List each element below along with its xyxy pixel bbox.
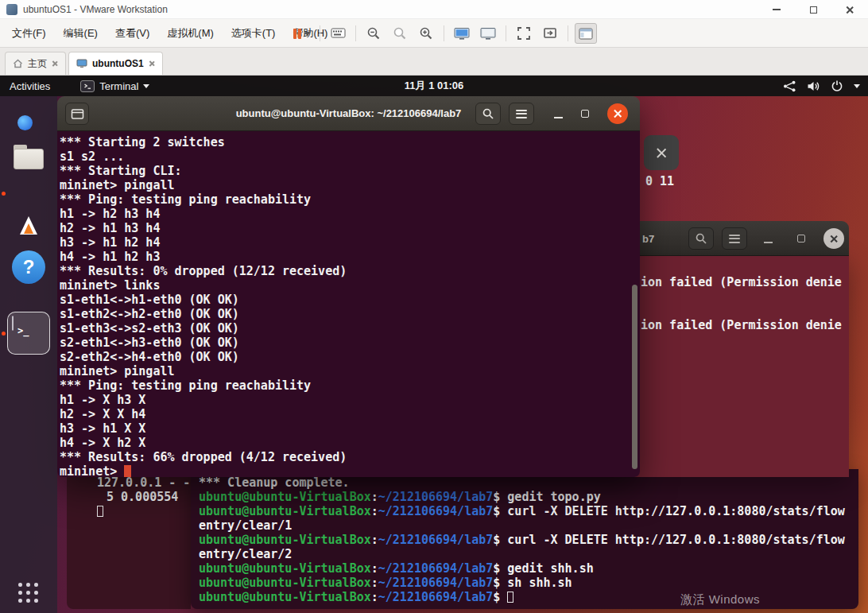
activities-button[interactable]: Activities	[0, 76, 60, 96]
host-minimize-button[interactable]	[758, 0, 795, 19]
tab-close-icon[interactable]	[52, 60, 58, 67]
maximize-button[interactable]	[792, 231, 811, 246]
terminal-line: h1 -> X h3 X	[60, 393, 635, 407]
terminal-line: *** Starting 2 switches	[60, 135, 635, 149]
terminal-line: mininet> pingall	[60, 364, 635, 378]
terminal-line: *** Results: 0% dropped (12/12 received)	[60, 264, 635, 278]
close-button[interactable]	[823, 228, 844, 249]
host-close-button[interactable]	[831, 0, 868, 19]
home-icon	[13, 59, 23, 68]
dock-item-terminal[interactable]	[12, 316, 14, 331]
minimize-button[interactable]	[548, 106, 568, 122]
back-terminal-output[interactable]: *** Cleanup complete.ubuntu@ubuntu-Virtu…	[191, 469, 858, 609]
host-window-title: ubuntuOS1 - VMware Workstation	[23, 4, 168, 15]
minimize-icon	[773, 9, 781, 10]
background-window-text: 0 11	[645, 174, 674, 188]
search-button[interactable]	[688, 227, 714, 250]
terminal-line: *** Results: 66% dropped (4/12 received)	[60, 450, 635, 464]
maximize-icon	[581, 110, 589, 118]
maximize-icon	[797, 235, 805, 242]
terminal-line: s2-eth1<->h3-eth0 (OK OK)	[60, 336, 635, 350]
terminal-line: h4 -> X h2 X	[60, 436, 635, 450]
search-icon	[695, 232, 707, 245]
show-console-button[interactable]	[451, 23, 473, 44]
close-icon	[846, 6, 854, 14]
terminal-line: *** Starting CLI:	[60, 164, 635, 178]
show-guest-button[interactable]	[477, 23, 499, 44]
terminal-line: ubuntu@ubuntu-VirtualBox:~/212106694/lab…	[199, 576, 858, 590]
monitor-gray-icon	[480, 27, 496, 41]
new-tab-button[interactable]	[65, 103, 89, 125]
minimize-icon	[764, 242, 773, 243]
chevron-down-icon	[854, 84, 860, 88]
clock-button[interactable]: 11月 1 01:06	[405, 79, 463, 93]
terminal-line: h1 -> h2 h3 h4	[60, 207, 635, 221]
app-menu-button[interactable]: Terminal	[74, 76, 156, 96]
show-applications-button[interactable]	[18, 583, 39, 603]
tab-ubuntuos1[interactable]: ubuntuOS1	[68, 52, 163, 75]
tab-label: 主页	[28, 57, 47, 71]
tab-label: ubuntuOS1	[92, 58, 144, 69]
search-button[interactable]	[475, 103, 501, 125]
pause-icon	[293, 29, 302, 39]
running-indicator-dot	[2, 332, 6, 336]
hamburger-icon	[729, 232, 740, 245]
menu-button[interactable]	[509, 103, 534, 125]
terminal-line: entry/clear/2	[199, 547, 858, 561]
zoom-reset-button[interactable]	[389, 23, 411, 44]
zoom-out-icon	[366, 26, 381, 41]
menu-button[interactable]	[722, 227, 747, 250]
zoom-in-button[interactable]	[415, 23, 437, 44]
fit-window-icon	[543, 26, 557, 41]
terminal-line: ubuntu@ubuntu-VirtualBox:~/212106694/lab…	[199, 533, 858, 547]
menu-edit[interactable]: 编辑(E)	[55, 19, 107, 48]
send-ctrl-alt-del-button[interactable]	[327, 23, 349, 44]
terminal-line: ion failed (Permission denie	[641, 275, 842, 289]
system-status-area[interactable]	[783, 76, 863, 96]
terminal-mini-icon	[80, 80, 95, 92]
menu-vm[interactable]: 虚拟机(M)	[158, 19, 223, 48]
host-maximize-button[interactable]	[795, 0, 831, 19]
gnome-topbar: Activities Terminal 11月 1 01:06	[0, 76, 868, 96]
terminal-line: ubuntu@ubuntu-VirtualBox:~/212106694/lab…	[199, 561, 858, 576]
minimize-button[interactable]	[758, 231, 777, 246]
fullscreen-button[interactable]	[513, 23, 535, 44]
menu-tabs[interactable]: 选项卡(T)	[223, 19, 285, 48]
fit-window-button[interactable]	[539, 23, 561, 44]
close-button[interactable]	[607, 103, 628, 124]
menu-view[interactable]: 查看(V)	[107, 19, 158, 48]
front-terminal-titlebar[interactable]: ubuntu@ubuntu-VirtualBox: ~/212106694/la…	[57, 96, 640, 131]
terminal-line: entry/clear/1	[199, 518, 858, 533]
maximize-button[interactable]	[575, 106, 595, 122]
terminal-line: h2 -> X X h4	[60, 407, 635, 421]
terminal-scrollbar-thumb[interactable]	[632, 285, 637, 469]
background-window-close-button[interactable]	[644, 135, 679, 170]
vmware-workstation-window: ubuntuOS1 - VMware Workstation 文件(F) 编辑(…	[0, 0, 868, 613]
terminal-line: h4 -> h1 h2 h3	[60, 250, 635, 264]
app-menu-label: Terminal	[99, 80, 138, 92]
close-icon	[656, 147, 668, 159]
terminal-cursor	[124, 465, 131, 477]
zoom-out-button[interactable]	[362, 23, 385, 44]
hamburger-icon	[516, 107, 527, 120]
host-tabbar: 主页 ubuntuOS1	[0, 48, 868, 76]
front-terminal-output[interactable]: *** Starting 2 switchess1 s2 ...*** Star…	[57, 131, 640, 477]
tab-home[interactable]: 主页	[5, 52, 66, 75]
running-indicator-dot	[2, 192, 6, 196]
tab-close-icon[interactable]	[149, 60, 155, 67]
terminal-line: s1-eth1<->h1-eth0 (OK OK)	[60, 293, 635, 307]
terminal-line: mininet> pingall	[60, 178, 635, 192]
library-view-icon	[579, 28, 593, 40]
menu-file[interactable]: 文件(F)	[3, 19, 55, 48]
backmost-terminal-body[interactable]: 127.0.0.1 - - 5 0.000554	[67, 469, 191, 609]
host-window-controls	[758, 0, 868, 19]
suspend-button[interactable]	[291, 23, 313, 44]
chevron-down-icon	[304, 32, 311, 36]
zoom-in-icon	[419, 26, 433, 41]
monitor-blue-icon	[454, 27, 470, 41]
dock-item-help[interactable]	[12, 250, 45, 284]
terminal-line: mininet>	[60, 464, 635, 477]
library-view-button[interactable]	[575, 23, 597, 44]
terminal-line: ubuntu@ubuntu-VirtualBox:~/212106694/lab…	[199, 504, 858, 518]
vmware-logo-icon	[6, 4, 17, 15]
